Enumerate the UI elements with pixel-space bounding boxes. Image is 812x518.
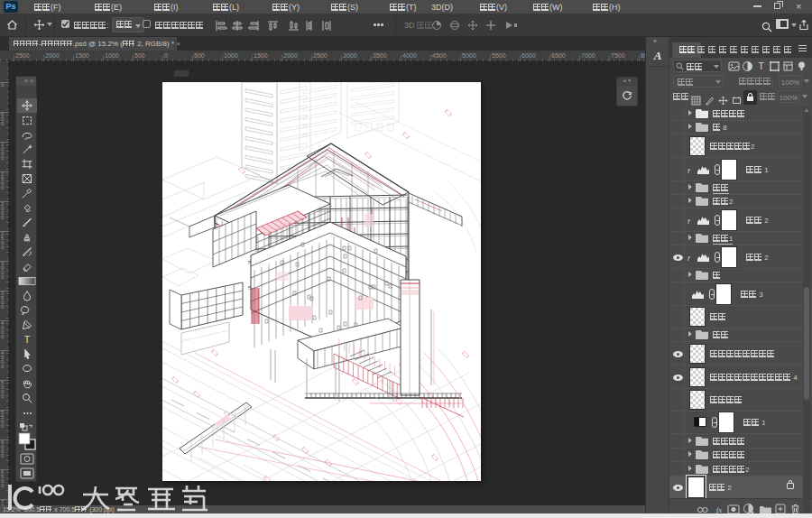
svg-text:T: T — [24, 334, 31, 345]
svg-text:T: T — [758, 60, 764, 71]
